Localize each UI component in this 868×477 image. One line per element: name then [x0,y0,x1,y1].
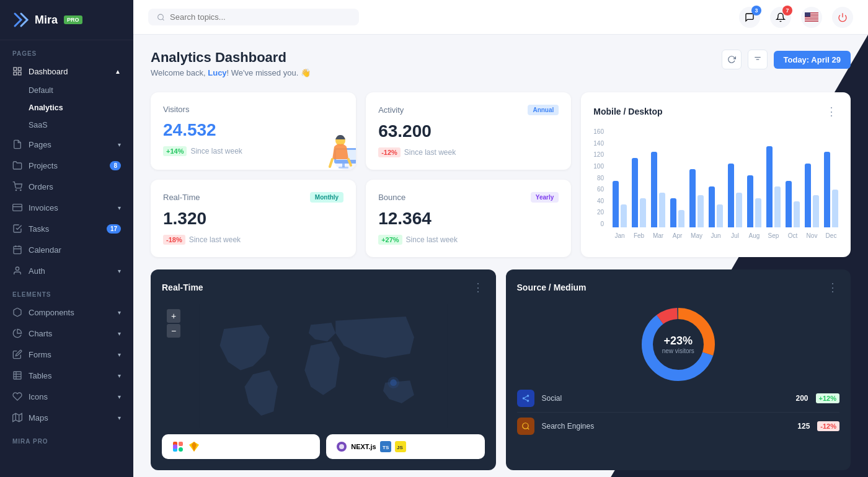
visitors-period: Since last week [190,147,242,155]
map-menu-button[interactable]: ⋮ [472,281,485,294]
activity-value: 63.200 [378,121,559,141]
chart-label-aug: Aug [747,232,761,239]
svg-rect-13 [14,372,21,379]
filter-button[interactable] [748,50,768,69]
svg-rect-47 [173,445,177,449]
page-title: Analytics Dashboard [151,50,311,66]
bounce-badge: Yearly [531,192,559,203]
stats-grid: Visitors 24.532 +14% Since last week [151,92,851,257]
bar-light-jun [717,204,723,228]
sidebar-item-orders[interactable]: Orders [0,176,133,197]
tables-chevron: ▾ [118,372,121,379]
sidebar-item-forms[interactable]: Forms ▾ [0,344,133,365]
sidebar-logo: Mira PRO [0,0,133,40]
bar-dark-sep [766,146,773,227]
sidebar-sub-analytics[interactable]: Analytics [0,99,133,116]
maps-chevron: ▾ [118,414,121,421]
main-content: 3 7 [133,0,868,477]
figma-sketch-card [162,434,320,459]
auth-label: Auth [29,266,45,276]
chart-label-nov: Nov [805,232,819,239]
bar-dark-feb [632,158,638,228]
tasks-label: Tasks [29,224,49,234]
bar-group-may [689,169,704,227]
sidebar-item-calendar[interactable]: Calendar [0,239,133,260]
sidebar-item-dashboard[interactable]: Dashboard ▲ [0,61,133,82]
chart-label-oct: Oct [786,232,800,239]
sidebar-sub-default[interactable]: Default [0,82,133,99]
bounce-period: Since last week [406,235,458,244]
sidebar-item-pages[interactable]: Pages ▾ [0,134,133,155]
realtime-map-card: Real-Time ⋮ + − [151,269,496,470]
map-icon [12,413,22,422]
search-input[interactable] [170,12,350,22]
typescript-icon: TS [380,441,391,452]
alerts-button[interactable]: 7 [770,7,791,28]
search-engine-icon [521,422,530,431]
sidebar-item-projects[interactable]: Projects 8 [0,155,133,176]
power-icon [838,12,848,22]
map-zoom-out[interactable]: − [167,324,180,338]
chart-label-apr: Apr [670,232,684,239]
svg-line-63 [525,399,527,400]
bar-group-nov [805,164,819,227]
svg-rect-28 [805,20,818,21]
svg-rect-6 [13,204,22,211]
search-wrapper [148,9,359,25]
visitors-label: Visitors [163,105,189,114]
chart-title: Mobile / Desktop [593,107,662,116]
user-icon [12,266,22,276]
svg-point-12 [16,267,19,270]
svg-point-20 [158,14,164,20]
donut-chart-wrapper: +23% new visitors [517,304,840,385]
bounce-value: 12.364 [378,209,559,229]
sidebar-item-charts[interactable]: Charts ▾ [0,323,133,344]
search-engine-icon-wrapper [517,418,534,435]
sidebar-item-maps[interactable]: Maps ▾ [0,407,133,428]
heart-icon [12,392,22,401]
sidebar-sub-saas[interactable]: SaaS [0,116,133,134]
language-button[interactable] [801,7,822,28]
today-button[interactable]: Today: April 29 [774,51,851,69]
sidebar-item-icons[interactable]: Icons ▾ [0,386,133,407]
svg-rect-27 [805,19,818,19]
logo-text: Mira [35,14,58,27]
grid-icon [12,66,22,76]
notifications-button[interactable]: 3 [739,7,760,28]
sidebar-item-auth[interactable]: Auth ▾ [0,260,133,281]
search-engine-change: -12% [817,421,839,431]
chart-label-jul: Jul [728,232,742,239]
bar-light-jul [736,193,742,227]
box-icon [12,307,22,317]
visitors-illustration [300,117,356,170]
page-actions: Today: April 29 [722,50,851,69]
bar-group-dec [824,152,838,227]
map-zoom-in[interactable]: + [167,309,180,323]
svg-point-65 [522,423,528,429]
refresh-button[interactable] [722,50,742,69]
sidebar-item-tasks[interactable]: Tasks 17 [0,218,133,239]
activity-period: Since last week [404,148,456,157]
page-subtitle: Welcome back, Lucy! We've missed you. 👋 [151,68,311,77]
chart-labels: JanFebMarAprMayJunJulAugSepOctNovDec [613,232,838,239]
refresh-icon [727,55,736,64]
tech-stack-card: NEXT.js TS JS [326,434,484,459]
sidebar-item-invoices[interactable]: Invoices ▾ [0,197,133,218]
bar-group-aug [747,175,761,227]
search-engine-name: Search Engines [542,422,790,431]
social-name: Social [542,394,789,403]
bounce-card: Bounce Yearly 12.364 +27% Since last wee… [366,180,571,257]
flag-icon [805,12,818,22]
bar-group-feb [632,158,646,228]
source-menu-button[interactable]: ⋮ [827,281,839,294]
bar-dark-jan [613,181,619,227]
sidebar-item-tables[interactable]: Tables ▾ [0,365,133,386]
svg-point-60 [526,395,529,397]
sidebar-item-components[interactable]: Components ▾ [0,302,133,323]
svg-text:JS: JS [397,445,403,450]
bounce-change: +27% [378,235,402,245]
power-button[interactable] [832,7,853,28]
pages-chevron: ▾ [118,141,121,148]
bounce-label: Bounce [378,193,405,202]
chart-menu-button[interactable]: ⋮ [826,105,838,118]
